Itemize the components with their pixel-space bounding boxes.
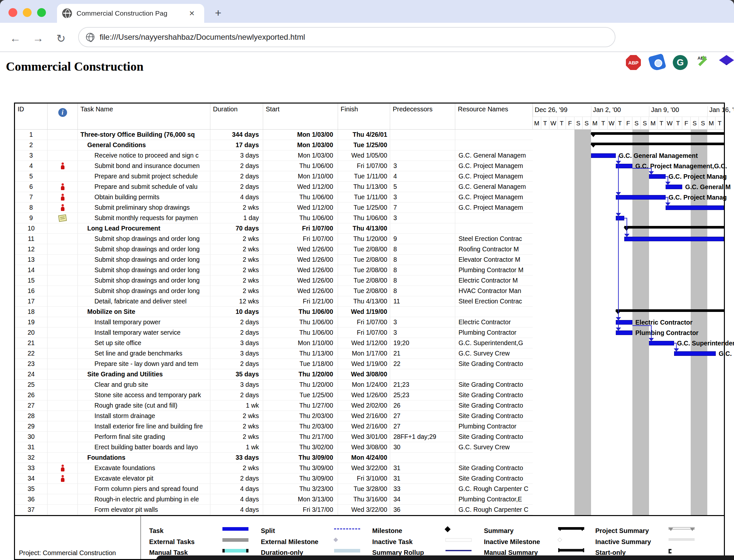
- table-row[interactable]: 35Form column piers and spread found4 da…: [15, 484, 533, 494]
- column-header-task: Task Name: [78, 104, 210, 129]
- cell-resources: G.C. Project Managem: [455, 171, 533, 181]
- cell-finish: Fri 1/07/00: [338, 317, 390, 327]
- table-row[interactable]: 24Site Grading and Utilities35 daysThu 1…: [15, 369, 533, 380]
- cell-finish: Mon 4/24/00: [338, 453, 390, 463]
- cell-finish: Wed 2/16/00: [338, 411, 390, 421]
- table-row[interactable]: 15Submit shop drawings and order long2 w…: [15, 275, 533, 286]
- address-bar[interactable]: file:///Users/nayyershahbaz/Documents/ne…: [78, 27, 615, 47]
- cell-id: 19: [15, 317, 48, 327]
- table-row[interactable]: 14Submit shop drawings and order long2 w…: [15, 265, 533, 275]
- table-row[interactable]: 19Install temporary power2 daysThu 1/06/…: [15, 317, 533, 328]
- cell-indicator: [48, 338, 78, 348]
- table-row[interactable]: 2General Conditions17 daysMon 1/03/00Tue…: [15, 140, 533, 150]
- new-tab-button[interactable]: +: [215, 7, 221, 18]
- table-row[interactable]: 13Submit shop drawings and order long2 w…: [15, 255, 533, 265]
- table-row[interactable]: 33Excavate foundations2 wksThu 3/09/00We…: [15, 463, 533, 473]
- cell-predecessors: 11: [390, 296, 455, 306]
- table-row[interactable]: 8Submit preliminary shop drawings2 wksWe…: [15, 203, 533, 213]
- layers-extension-icon[interactable]: [719, 55, 734, 73]
- browser-tab[interactable]: Commercial Construction Pag ×: [57, 4, 204, 23]
- cell-id: 3: [15, 150, 48, 161]
- table-row[interactable]: 31Erect building batter boards and layo1…: [15, 442, 533, 453]
- cell-predecessors: 8: [390, 286, 455, 296]
- table-row[interactable]: 7Obtain building permits4 daysThu 1/06/0…: [15, 192, 533, 203]
- table-row[interactable]: 3Receive notice to proceed and sign c3 d…: [15, 150, 533, 161]
- timeline-day-letter: T: [674, 117, 683, 130]
- table-row[interactable]: 17Detail, fabricate and deliver steel12 …: [15, 296, 533, 307]
- url-text[interactable]: file:///Users/nayyershahbaz/Documents/ne…: [100, 33, 305, 42]
- cell-start: Mon 1/10/00: [263, 338, 338, 348]
- timeline-day-letter: W: [666, 117, 674, 130]
- cell-predecessors: 34: [390, 494, 455, 504]
- cell-indicator: [48, 223, 78, 233]
- cell-id: 36: [15, 494, 48, 504]
- table-row[interactable]: 20Install temporary water service2 daysT…: [15, 328, 533, 338]
- grammarly-extension-icon[interactable]: G: [673, 55, 688, 70]
- table-row[interactable]: 29Install exterior fire line and buildin…: [15, 421, 533, 432]
- table-row[interactable]: 26Stone site access and temporary park2 …: [15, 390, 533, 400]
- zoom-window-button[interactable]: [37, 8, 46, 17]
- cell-start: Thu 3/02/00: [263, 442, 338, 452]
- cell-finish: Fri 1/07/00: [338, 328, 390, 338]
- cell-id: 4: [15, 161, 48, 171]
- table-row[interactable]: 11Submit shop drawings and order long2 w…: [15, 234, 533, 244]
- table-row[interactable]: 4Submit bond and insurance documen2 days…: [15, 161, 533, 171]
- cell-resources: Site Grading Contracto: [455, 390, 533, 400]
- table-row[interactable]: 22Set line and grade benchmarks3 daysThu…: [15, 348, 533, 359]
- table-row[interactable]: 12Submit shop drawings and order long2 w…: [15, 244, 533, 255]
- page-title: Commercial Construction: [6, 59, 144, 74]
- cell-start: Fri 1/07/00: [263, 223, 338, 233]
- legend-swatch-external-milestone: [333, 538, 338, 542]
- cell-predecessors: 27: [390, 411, 455, 421]
- table-row[interactable]: 23Prepare site - lay down yard and tem2 …: [15, 359, 533, 369]
- cell-predecessors: [390, 130, 455, 140]
- table-row[interactable]: 27Rough grade site (cut and fill)1 wkThu…: [15, 400, 533, 411]
- cell-resources: Site Grading Contracto: [455, 473, 533, 483]
- cell-predecessors: 8: [390, 244, 455, 254]
- cell-resources: G.C. Superintendent,G: [455, 338, 533, 348]
- cell-finish: Wed 1/19/00: [338, 307, 390, 317]
- table-row[interactable]: 37Form elevator pit walls4 daysFri 3/17/…: [15, 505, 533, 515]
- table-row[interactable]: 25Clear and grub site3 daysThu 1/20/00Mo…: [15, 380, 533, 390]
- cell-id: 30: [15, 432, 48, 442]
- table-row[interactable]: 36Rough-in electric and plumbing in ele4…: [15, 494, 533, 505]
- cell-predecessors: 3: [390, 161, 455, 171]
- cell-duration: 2 days: [210, 161, 263, 171]
- cell-duration: 2 days: [210, 359, 263, 369]
- adblock-extension-icon[interactable]: ABP: [626, 55, 641, 70]
- site-info-globe-icon[interactable]: [86, 33, 94, 41]
- tab-close-icon[interactable]: ×: [189, 9, 194, 18]
- cell-task-name: Set up site office: [78, 338, 210, 348]
- table-row[interactable]: 28Install storm drainage2 wksThu 2/03/00…: [15, 411, 533, 421]
- gantt-table: ID i Task Name Duration Start Finish Pre…: [14, 103, 725, 516]
- cell-task-name: Prepare and submit schedule of valu: [78, 182, 210, 192]
- table-row[interactable]: 18Mobilize on Site10 daysThu 1/06/00Wed …: [15, 307, 533, 317]
- cell-finish: Thu 3/16/00: [338, 494, 390, 504]
- column-header-id: ID: [15, 104, 48, 129]
- cell-task-name: Site Grading and Utilities: [78, 369, 210, 379]
- cell-resources: Elevator Contractor M: [455, 255, 533, 265]
- cell-indicator: [48, 505, 78, 515]
- legend-label: External Milestone: [261, 538, 318, 546]
- table-row[interactable]: 6Prepare and submit schedule of valu2 da…: [15, 182, 533, 192]
- cell-id: 25: [15, 380, 48, 390]
- cell-predecessors: [390, 307, 455, 317]
- table-row[interactable]: 30Perform final site grading2 wksThu 2/1…: [15, 432, 533, 442]
- table-row[interactable]: 10Long Lead Procurement70 daysFri 1/07/0…: [15, 223, 533, 234]
- table-row[interactable]: 34Excavate elevator pit2 daysThu 3/09/00…: [15, 473, 533, 484]
- back-icon[interactable]: ←: [10, 32, 21, 45]
- table-row[interactable]: 16Submit shop drawings and order long2 w…: [15, 286, 533, 296]
- reload-icon[interactable]: ↻: [56, 32, 66, 45]
- table-row[interactable]: 32Foundations33 daysThu 3/09/00Mon 4/24/…: [15, 453, 533, 463]
- tag-extension-icon[interactable]: [648, 53, 666, 72]
- table-row[interactable]: 21Set up site office3 daysMon 1/10/00Wed…: [15, 338, 533, 348]
- table-row[interactable]: 5Prepare and submit project schedule2 da…: [15, 171, 533, 182]
- spellcheck-extension-icon[interactable]: ABC: [696, 55, 711, 70]
- legend-label: Project Summary: [595, 527, 649, 535]
- minimize-window-button[interactable]: [23, 8, 32, 17]
- table-row[interactable]: 1Three-story Office Building (76,000 sq3…: [15, 130, 533, 140]
- screen: Commercial Construction Pag × + ← → ↻ fi…: [0, 0, 734, 560]
- table-row[interactable]: 9Submit monthly requests for paymen1 day…: [15, 213, 533, 223]
- forward-icon[interactable]: →: [33, 32, 44, 45]
- close-window-button[interactable]: [8, 8, 17, 17]
